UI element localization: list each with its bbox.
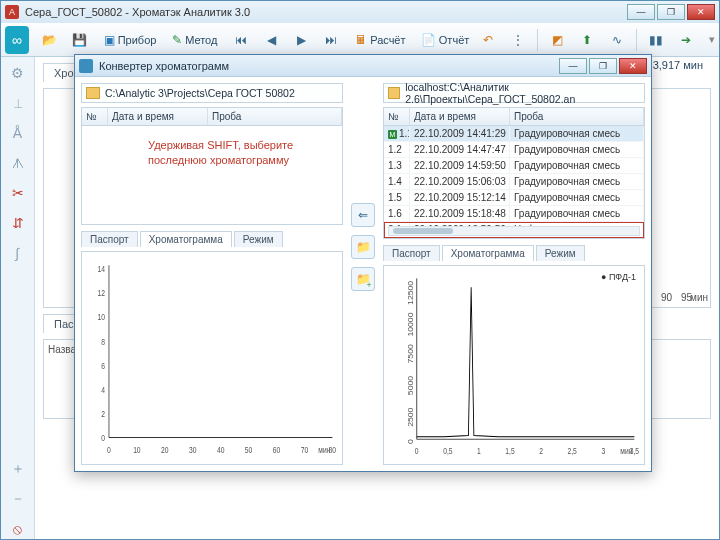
ruler-icon[interactable]: ⟂ bbox=[8, 93, 28, 113]
left-path-bar[interactable]: C:\Analytic 3\Projects\Сера ГОСТ 50802 bbox=[81, 83, 343, 103]
col-date[interactable]: Дата и время bbox=[410, 108, 510, 125]
converter-dialog: Конвертер хроматограмм — ❐ ✕ C:\Analytic… bbox=[74, 54, 652, 472]
shift-hint: Удерживая SHIFT, выберите последнюю хром… bbox=[148, 138, 328, 168]
peak-tool-icon[interactable]: ⩚ bbox=[8, 153, 28, 173]
col-num[interactable]: № bbox=[384, 108, 410, 125]
play-prev-icon: ◀ bbox=[263, 31, 279, 49]
col-sample[interactable]: Проба bbox=[510, 108, 644, 125]
folder-icon bbox=[388, 87, 400, 99]
report-button[interactable]: 📄Отчёт bbox=[414, 27, 472, 53]
col-date[interactable]: Дата и время bbox=[108, 108, 208, 125]
table-row[interactable]: M1.122.10.2009 14:41:29Градуировочная см… bbox=[384, 126, 644, 142]
table-row[interactable]: 1.422.10.2009 15:06:03Градуировочная сме… bbox=[384, 174, 644, 190]
cell-sample: Градуировочная смесь bbox=[510, 190, 644, 205]
zoom-area-icon: ◩ bbox=[549, 31, 565, 49]
dialog-minimize-button[interactable]: — bbox=[559, 58, 587, 74]
wave-button[interactable]: ∿ bbox=[604, 27, 630, 53]
cell-num: M1.1 bbox=[384, 126, 410, 141]
add-icon[interactable]: ＋ bbox=[8, 459, 28, 479]
app-icon: A bbox=[5, 5, 19, 19]
device-button[interactable]: ▣Прибор bbox=[97, 27, 161, 53]
svg-text:0,5: 0,5 bbox=[443, 446, 452, 456]
undo-button[interactable]: ↶ bbox=[475, 27, 501, 53]
right-path-bar[interactable]: localhost:C:\Аналитик 2.6\Проекты\Сера_Г… bbox=[383, 83, 645, 103]
cancel-icon[interactable]: ⦸ bbox=[8, 519, 28, 539]
merge-peak-icon[interactable]: ⇵ bbox=[8, 213, 28, 233]
bars-button[interactable]: ▮▮ bbox=[643, 27, 669, 53]
svg-text:0: 0 bbox=[407, 439, 415, 444]
zoom-area-button[interactable]: ◩ bbox=[544, 27, 570, 53]
svg-text:мин: мин bbox=[318, 445, 330, 455]
open-button[interactable]: 📂 bbox=[37, 27, 63, 53]
svg-text:14: 14 bbox=[98, 264, 106, 274]
prev-button[interactable]: ◀ bbox=[258, 27, 284, 53]
save-button[interactable]: 💾 bbox=[67, 27, 93, 53]
svg-text:2: 2 bbox=[539, 446, 543, 456]
svg-text:7500: 7500 bbox=[407, 344, 415, 363]
cell-date: 22.10.2009 15:06:03 bbox=[410, 174, 510, 189]
svg-text:3: 3 bbox=[601, 446, 605, 456]
left-mini-chart[interactable]: 01020304050607080мин 02468101214 bbox=[81, 251, 343, 465]
export-icon: ➔ bbox=[678, 31, 694, 49]
open-folder-button[interactable]: 📁 bbox=[351, 235, 375, 259]
tab-passport[interactable]: Паспорт bbox=[81, 231, 138, 247]
left-path: C:\Analytic 3\Projects\Сера ГОСТ 50802 bbox=[105, 87, 295, 99]
method-button[interactable]: ✎Метод bbox=[165, 27, 224, 53]
tab-mode[interactable]: Режим bbox=[234, 231, 283, 247]
split-peak-icon[interactable]: ✂ bbox=[8, 183, 28, 203]
right-subtabs: Паспорт Хроматограмма Режим bbox=[383, 245, 645, 261]
peak-button[interactable]: ⬆ bbox=[574, 27, 600, 53]
close-button[interactable]: ✕ bbox=[687, 4, 715, 20]
right-mini-chart[interactable]: ● ПФД-1 00,511,522,533,5мин 025005000750… bbox=[383, 265, 645, 465]
add-folder-button[interactable]: 📁＋ bbox=[351, 267, 375, 291]
toolbar-separator bbox=[537, 29, 538, 51]
curve-icon[interactable]: ∫ bbox=[8, 243, 28, 263]
more-button[interactable]: ⋮ bbox=[505, 27, 531, 53]
scrollbar-thumb[interactable] bbox=[393, 228, 453, 234]
main-titlebar[interactable]: A Сера_ГОСТ_50802 - Хроматэк Аналитик 3.… bbox=[1, 1, 719, 23]
x-unit: мин bbox=[690, 292, 708, 303]
app-logo: ∞ bbox=[5, 26, 29, 54]
table-row[interactable]: 1.222.10.2009 14:47:47Градуировочная сме… bbox=[384, 142, 644, 158]
right-table[interactable]: № Дата и время Проба M1.122.10.2009 14:4… bbox=[383, 107, 645, 239]
tab-mode[interactable]: Режим bbox=[536, 245, 585, 261]
tab-chrom[interactable]: Хроматограмма bbox=[442, 245, 534, 261]
center-buttons: ⇐ 📁 📁＋ bbox=[349, 83, 377, 465]
remove-icon[interactable]: － bbox=[8, 489, 28, 509]
tab-chrom[interactable]: Хроматограмма bbox=[140, 231, 232, 247]
left-table[interactable]: № Дата и время Проба Удерживая SHIFT, вы… bbox=[81, 107, 343, 225]
svg-text:10000: 10000 bbox=[407, 313, 415, 337]
dialog-close-button[interactable]: ✕ bbox=[619, 58, 647, 74]
tab-passport[interactable]: Паспорт bbox=[383, 245, 440, 261]
svg-text:10: 10 bbox=[98, 312, 106, 322]
right-pane: localhost:C:\Аналитик 2.6\Проекты\Сера_Г… bbox=[383, 83, 645, 465]
col-num[interactable]: № bbox=[82, 108, 108, 125]
device-label: Прибор bbox=[118, 34, 157, 46]
svg-text:8: 8 bbox=[101, 337, 105, 347]
dialog-maximize-button[interactable]: ❐ bbox=[589, 58, 617, 74]
svg-text:2,5: 2,5 bbox=[568, 446, 577, 456]
svg-text:0: 0 bbox=[107, 445, 111, 455]
table-row[interactable]: 1.622.10.2009 15:18:48Градуировочная сме… bbox=[384, 206, 644, 222]
minimize-button[interactable]: — bbox=[627, 4, 655, 20]
h-scrollbar[interactable] bbox=[388, 226, 640, 236]
next-button[interactable]: ▶ bbox=[288, 27, 314, 53]
compass-icon[interactable]: Å bbox=[8, 123, 28, 143]
calc-button[interactable]: 🖩Расчёт bbox=[348, 27, 410, 53]
export-button[interactable]: ➔ bbox=[673, 27, 699, 53]
last-button[interactable]: ⏭ bbox=[318, 27, 344, 53]
table-row[interactable]: 1.322.10.2009 14:59:50Градуировочная сме… bbox=[384, 158, 644, 174]
first-button[interactable]: ⏮ bbox=[228, 27, 254, 53]
svg-text:2500: 2500 bbox=[407, 408, 415, 427]
maximize-button[interactable]: ❐ bbox=[657, 4, 685, 20]
table-row[interactable]: 1.522.10.2009 15:12:14Градуировочная сме… bbox=[384, 190, 644, 206]
dropdown-caret[interactable]: ▾ bbox=[709, 33, 715, 46]
transfer-left-button[interactable]: ⇐ bbox=[351, 203, 375, 227]
dialog-titlebar[interactable]: Конвертер хроматограмм — ❐ ✕ bbox=[75, 55, 651, 77]
col-sample[interactable]: Проба bbox=[208, 108, 342, 125]
cell-num: 1.2 bbox=[384, 142, 410, 157]
main-toolbar: ∞ 📂 💾 ▣Прибор ✎Метод ⏮ ◀ ▶ ⏭ 🖩Расчёт 📄От… bbox=[1, 23, 719, 57]
gear-icon[interactable]: ⚙ bbox=[8, 63, 28, 83]
save-icon: 💾 bbox=[72, 31, 88, 49]
svg-text:12500: 12500 bbox=[407, 281, 415, 305]
